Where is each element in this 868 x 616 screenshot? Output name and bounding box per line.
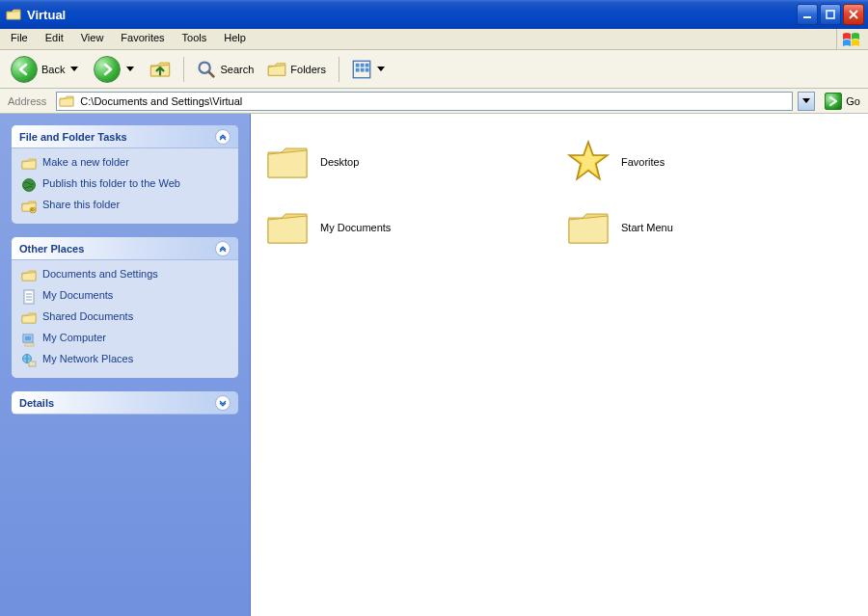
menu-favorites[interactable]: Favorites xyxy=(112,29,173,49)
addressbar: Address Go xyxy=(0,89,868,114)
content-area[interactable]: Desktop Favorites My Documents Start Men… xyxy=(251,114,868,616)
window-title: Virtual xyxy=(27,8,66,22)
menu-file[interactable]: File xyxy=(2,29,37,49)
folder-icon xyxy=(6,7,21,22)
pane-file-folder-tasks: File and Folder Tasks Make a new folder … xyxy=(12,125,238,224)
back-label: Back xyxy=(41,64,65,75)
menu-edit[interactable]: Edit xyxy=(37,29,72,49)
network-icon xyxy=(21,353,37,368)
search-button[interactable]: Search xyxy=(192,57,258,82)
close-button[interactable] xyxy=(843,4,864,25)
folder-icon xyxy=(59,94,74,109)
maximize-button[interactable] xyxy=(820,4,841,25)
pane-title: Details xyxy=(19,397,54,409)
computer-icon xyxy=(21,332,37,347)
chevron-down-icon[interactable] xyxy=(70,67,78,71)
address-input[interactable] xyxy=(78,94,790,109)
side-panel: File and Folder Tasks Make a new folder … xyxy=(0,114,251,616)
place-my-documents[interactable]: My Documents xyxy=(21,289,229,305)
go-button[interactable]: Go xyxy=(821,92,864,111)
views-icon xyxy=(352,60,371,79)
minimize-button[interactable] xyxy=(797,4,818,25)
pane-header[interactable]: Other Places xyxy=(12,237,238,260)
chevron-down-icon[interactable] xyxy=(126,67,134,71)
menu-help[interactable]: Help xyxy=(215,29,255,49)
menu-view[interactable]: View xyxy=(72,29,113,49)
chevron-down-icon[interactable] xyxy=(377,67,385,71)
item-favorites[interactable]: Favorites xyxy=(559,129,860,195)
item-desktop[interactable]: Desktop xyxy=(258,129,559,195)
titlebar[interactable]: Virtual xyxy=(0,0,868,29)
folders-label: Folders xyxy=(290,64,326,75)
pane-title: File and Folder Tasks xyxy=(19,131,127,143)
pane-details: Details xyxy=(12,391,238,415)
place-shared-documents[interactable]: Shared Documents xyxy=(21,310,229,326)
address-dropdown[interactable] xyxy=(798,92,815,111)
pane-header[interactable]: Details xyxy=(12,391,238,415)
forward-button[interactable] xyxy=(89,53,141,86)
item-start-menu[interactable]: Start Menu xyxy=(559,195,860,260)
folder-icon xyxy=(21,268,37,283)
folder-icon xyxy=(21,156,37,172)
expand-icon[interactable] xyxy=(215,395,231,411)
collapse-icon[interactable] xyxy=(215,241,231,256)
menu-tools[interactable]: Tools xyxy=(174,29,216,49)
pane-other-places: Other Places Documents and Settings My D… xyxy=(12,237,238,378)
pane-title: Other Places xyxy=(19,243,84,254)
pane-header[interactable]: File and Folder Tasks xyxy=(12,125,238,148)
views-button[interactable] xyxy=(347,57,392,82)
star-icon xyxy=(565,139,611,185)
folder-icon xyxy=(565,204,611,251)
collapse-icon[interactable] xyxy=(215,129,231,145)
folder-icon xyxy=(264,204,311,251)
address-field-wrap xyxy=(56,92,793,111)
up-button[interactable] xyxy=(145,56,176,83)
folder-icon xyxy=(267,60,286,79)
task-publish-web[interactable]: Publish this folder to the Web xyxy=(21,177,229,193)
place-my-network-places[interactable]: My Network Places xyxy=(21,353,229,368)
share-icon xyxy=(21,199,37,214)
svg-rect-22 xyxy=(803,16,811,18)
folders-button[interactable]: Folders xyxy=(262,57,331,82)
windows-flag-icon[interactable] xyxy=(836,29,866,49)
task-share-folder[interactable]: Share this folder xyxy=(21,199,229,214)
svg-rect-23 xyxy=(827,11,834,18)
up-folder-icon xyxy=(149,59,171,80)
task-make-new-folder[interactable]: Make a new folder xyxy=(21,156,229,172)
place-my-computer[interactable]: My Computer xyxy=(21,332,229,347)
place-documents-settings[interactable]: Documents and Settings xyxy=(21,268,229,283)
go-label: Go xyxy=(846,95,860,107)
search-label: Search xyxy=(220,64,254,75)
folder-icon xyxy=(21,310,37,326)
menubar: File Edit View Favorites Tools Help xyxy=(0,29,868,50)
address-label: Address xyxy=(4,95,50,107)
toolbar: Back Search Folders xyxy=(0,50,868,89)
back-button[interactable]: Back xyxy=(6,53,85,86)
globe-icon xyxy=(21,177,37,193)
document-icon xyxy=(21,289,37,305)
search-icon xyxy=(197,60,216,79)
item-my-documents[interactable]: My Documents xyxy=(258,195,559,260)
chevron-down-icon xyxy=(802,98,810,103)
folder-icon xyxy=(264,139,311,185)
